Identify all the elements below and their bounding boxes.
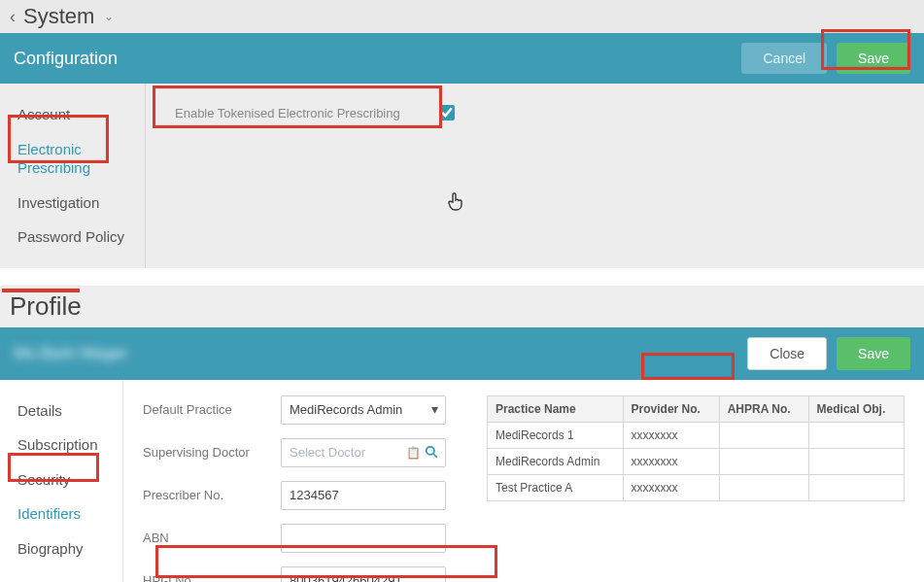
sidebar-item-details[interactable]: Details [6,394,122,428]
svg-point-0 [427,446,434,454]
profile-heading: Profile [0,286,924,327]
breadcrumb-title[interactable]: System [23,4,94,29]
provider-table: Practice Name Provider No. AHPRA No. Med… [487,395,905,501]
clipboard-icon[interactable]: 📋 [406,446,421,460]
default-practice-select[interactable]: MediRecords Admin [281,395,446,425]
back-chevron-icon[interactable]: ‹ [10,7,16,27]
cell-provider: xxxxxxxx [623,422,719,448]
table-row[interactable]: Test Practice A xxxxxxxx [488,474,905,500]
abn-input[interactable] [281,524,446,553]
sidebar-item-subscription[interactable]: Subscription [6,428,122,462]
supervising-doctor-label: Supervising Doctor [143,445,269,460]
cell-practice: MediRecords 1 [488,422,624,448]
sidebar-item-investigation[interactable]: Investigation [6,186,145,221]
prescriber-no-input[interactable] [281,481,446,510]
enable-tokenised-row: Enable Tokenised Electronic Prescribing [165,99,464,126]
table-row[interactable]: MediRecords 1 xxxxxxxx [488,422,905,448]
sidebar-item-account[interactable]: Account [6,97,145,132]
config-titlebar: Configuration Cancel Save [0,33,924,84]
sidebar-item-electronic-prescribing[interactable]: Electronic Prescribing [6,132,145,186]
save-button[interactable]: Save [837,43,910,74]
cell-medobj [808,422,904,448]
sidebar-item-security[interactable]: Security [6,462,122,497]
hpii-input[interactable] [281,566,446,583]
cell-practice: Test Practice A [488,474,624,500]
abn-label: ABN [143,531,269,545]
profile-save-button[interactable]: Save [837,337,910,370]
config-content: Enable Tokenised Electronic Prescribing [146,84,924,268]
cell-ahpra [719,474,808,500]
enable-tokenised-checkbox[interactable] [439,105,455,120]
profile-titlebar: Ms Barb Wager Close Save [0,327,924,380]
close-button[interactable]: Close [747,337,827,370]
breadcrumb: ‹ System ⌄ [0,0,924,33]
hpii-label: HPI-I No. [143,573,269,582]
cell-provider: xxxxxxxx [623,474,719,500]
config-body: Account Electronic Prescribing Investiga… [0,84,924,268]
table-row[interactable]: MediRecords Admin xxxxxxxx [488,448,905,474]
profile-content: Default Practice MediRecords Admin Super… [122,380,924,583]
svg-line-1 [433,453,437,457]
enable-tokenised-label: Enable Tokenised Electronic Prescribing [175,106,400,120]
search-icon[interactable] [425,445,438,462]
config-sidebar: Account Electronic Prescribing Investiga… [0,84,146,268]
sidebar-item-password-policy[interactable]: Password Policy [6,220,145,255]
cell-medobj [808,448,904,474]
hand-cursor-icon [447,190,464,217]
cell-provider: xxxxxxxx [623,448,719,474]
supervising-doctor-input[interactable] [281,438,446,467]
config-title: Configuration [14,49,118,69]
profile-body: Details Subscription Security Identifier… [0,380,924,583]
cancel-button[interactable]: Cancel [741,43,827,74]
prescriber-no-label: Prescriber No. [143,488,269,502]
th-practice-name[interactable]: Practice Name [488,395,624,422]
profile-sidebar: Details Subscription Security Identifier… [0,380,122,583]
default-practice-label: Default Practice [143,402,269,417]
th-ahpra-no[interactable]: AHPRA No. [719,395,808,422]
th-provider-no[interactable]: Provider No. [623,395,719,422]
cell-medobj [808,474,904,500]
th-medical-obj[interactable]: Medical Obj. [808,395,904,422]
cell-practice: MediRecords Admin [488,448,624,474]
cell-ahpra [719,448,808,474]
sidebar-item-identifiers[interactable]: Identifiers [6,496,122,531]
cell-ahpra [719,422,808,448]
sidebar-item-biography[interactable]: Biography [6,531,122,566]
chevron-down-icon[interactable]: ⌄ [104,10,114,23]
profile-name: Ms Barb Wager [14,344,127,363]
